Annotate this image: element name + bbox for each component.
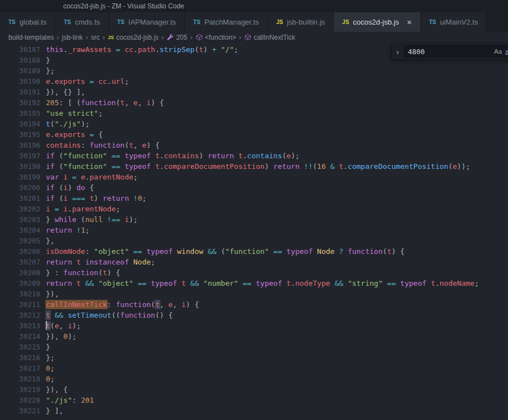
code-line[interactable]: 30199var i = e.parentNode; [0, 172, 508, 182]
code-text: 0; [46, 363, 55, 374]
code-token: typeof [400, 279, 426, 287]
close-icon[interactable]: × [407, 18, 412, 26]
breadcrumb-item-callInNextTick[interactable]: callInNextTick [244, 34, 295, 41]
code-token: e [46, 77, 50, 86]
chevron-right-icon[interactable]: › [394, 48, 401, 56]
line-number: 30217 [0, 363, 40, 374]
code-token: contains [164, 152, 199, 160]
code-line[interactable]: 30190e.exports = cc.url; [0, 76, 508, 87]
code-line[interactable]: 30205}, [0, 235, 508, 246]
code-token: == [107, 162, 125, 171]
code-token: return [46, 226, 72, 234]
code-line[interactable]: 30216}; [0, 352, 508, 363]
code-line[interactable]: 30215} [0, 342, 508, 352]
code-line[interactable]: 30219}), { [0, 384, 508, 395]
vscode-window: cocos2d-jsb.js - ZM - Visual Studio Code… [0, 0, 508, 43]
tab-uiMainV2.ts[interactable]: TSuiMainV2.ts [421, 12, 487, 32]
code-text: return t && "object" == typeof t && "num… [46, 278, 479, 289]
code-token: ( [221, 247, 225, 256]
whole-word-icon[interactable]: ab [505, 48, 508, 55]
code-line[interactable]: 30191}), {} ], [0, 87, 508, 97]
breadcrumb-item-src[interactable]: src [91, 34, 99, 41]
tab-global.ts[interactable]: TSglobal.ts [0, 12, 55, 32]
breadcrumb-label: cocos2d-jsb.js [116, 34, 159, 41]
code-line[interactable]: 30195e.exports = { [0, 129, 508, 140]
code-token: } : [46, 268, 63, 277]
code-line[interactable]: 302170; [0, 363, 508, 374]
code-line[interactable]: 30209return t && "object" == typeof t &&… [0, 278, 508, 289]
code-line[interactable]: 30196contains: function(t, e) { [0, 140, 508, 150]
code-token: t [103, 268, 107, 277]
code-token: }), [46, 290, 59, 298]
code-line[interactable]: 30220"./js": 201 [0, 395, 508, 405]
breadcrumb-item-cocos2d-jsb.js[interactable]: JScocos2d-jsb.js [108, 34, 159, 41]
code-token: ( [98, 268, 103, 277]
code-token: ( [448, 162, 453, 171]
tab-cocos2d-jsb.js[interactable]: JScocos2d-jsb.js× [334, 12, 420, 32]
tab-IAPManager.ts[interactable]: TSIAPManager.ts [109, 12, 185, 32]
breadcrumb-item-jsb-link[interactable]: jsb-link [62, 34, 83, 41]
breadcrumb-separator: › [190, 33, 192, 41]
code-token: exports [55, 130, 86, 139]
code-line[interactable]: 30210}), [0, 289, 508, 299]
code-token: ; [85, 226, 89, 234]
code-token: ; [98, 109, 103, 117]
code-text: isDomNode: "object" == typeof window && … [46, 246, 405, 257]
code-token: i [63, 194, 68, 202]
code-token: }; [46, 67, 55, 75]
code-line[interactable]: 30207return t instanceof Node; [0, 257, 508, 267]
code-line[interactable]: 30193"use strict"; [0, 108, 508, 119]
code-token: contains [247, 152, 282, 160]
code-line[interactable]: 30192205: [ (function(t, e, i) { [0, 97, 508, 108]
code-token: ); [72, 322, 81, 330]
code-text: "use strict"; [46, 108, 103, 119]
word-occurrence-highlight: t [46, 311, 50, 319]
code-token: == [383, 279, 400, 287]
code-token: "number" [203, 279, 239, 287]
js-file-icon: JS [108, 35, 114, 40]
breadcrumb-item-205[interactable]: 205 [167, 34, 187, 41]
code-line[interactable]: 30197if ("function" == typeof t.contains… [0, 150, 508, 161]
code-line[interactable]: 30201if (i === t) return !0; [0, 193, 508, 204]
code-line[interactable]: 30221} ], [0, 405, 508, 416]
line-number: 30191 [0, 87, 40, 97]
breadcrumb-item-<function>[interactable]: <function> [196, 34, 236, 41]
code-token: ) [68, 183, 77, 192]
tab-PatchManager.ts[interactable]: TSPatchManager.ts [185, 12, 268, 32]
code-token: "./js" [55, 120, 81, 128]
code-line[interactable]: 30206isDomNode: "object" == typeof windo… [0, 246, 508, 257]
code-line[interactable]: 30211callInNextTick: function(t, e, i) { [0, 299, 508, 310]
code-line[interactable]: 30200if (i) do { [0, 182, 508, 193]
code-line[interactable]: 30214}), 0); [0, 331, 508, 342]
code-line[interactable]: 30203} while (null !== i); [0, 214, 508, 225]
code-line[interactable]: 302180; [0, 374, 508, 384]
tab-cmds.ts[interactable]: TScmds.ts [55, 12, 109, 32]
code-line[interactable]: 30189}; [0, 65, 508, 76]
tab-jsb-builtin.js[interactable]: JSjsb-builtin.js [268, 12, 334, 32]
code-token: , [137, 98, 146, 107]
code-token: ); [81, 120, 90, 128]
code-line[interactable]: 30202i = i.parentNode; [0, 204, 508, 214]
code-token: == [238, 279, 255, 287]
code-text: t("./js"); [46, 119, 89, 129]
js-file-icon: JS [342, 19, 349, 25]
code-token: i [63, 205, 68, 213]
code-token: e [46, 130, 50, 139]
code-token: ; [151, 258, 155, 266]
code-token [72, 279, 77, 287]
code-line[interactable]: 30213t(e, i); [0, 320, 508, 331]
code-line[interactable]: 30194t("./js"); [0, 119, 508, 129]
code-token: } [46, 343, 50, 351]
code-token: i [63, 173, 68, 181]
code-line[interactable]: 30198if ("function" == typeof t.compareD… [0, 161, 508, 172]
code-line[interactable]: 30212t && setTimeout((function() { [0, 310, 508, 320]
code-text: }; [46, 65, 55, 76]
find-input[interactable]: 4800 Aa ab .* [404, 45, 508, 58]
code-line[interactable]: 30208} : function(t) { [0, 267, 508, 278]
code-editor[interactable]: 30187this._rawAssets = cc.path.stripSep(… [0, 43, 508, 420]
code-token: url [111, 77, 124, 86]
match-case-icon[interactable]: Aa [494, 48, 502, 55]
code-text: 0; [46, 374, 55, 384]
code-line[interactable]: 30204return !1; [0, 225, 508, 235]
breadcrumb-item-build-templates[interactable]: build-templates [8, 34, 54, 41]
